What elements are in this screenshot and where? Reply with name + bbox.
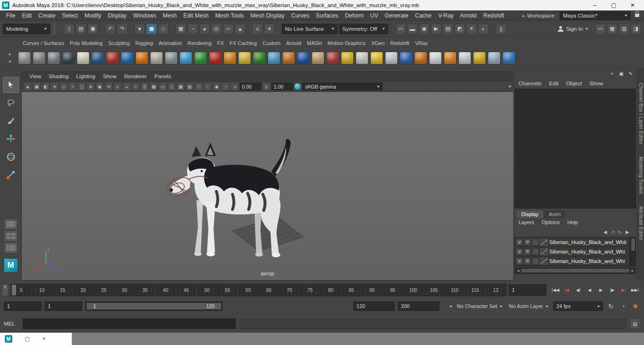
screen-ao-icon[interactable]: ◒: [123, 82, 131, 91]
playback-options-caret[interactable]: [449, 306, 452, 309]
layer-editor-menu-item[interactable]: Options: [538, 219, 564, 226]
menu-item[interactable]: V-Ray: [435, 11, 457, 20]
two-sided-material-icon[interactable]: [414, 52, 427, 64]
shelf-tab[interactable]: Rigging: [133, 39, 156, 47]
sidebar-vertical-tab[interactable]: Modeling Toolkit: [638, 157, 644, 194]
scroll-right-icon[interactable]: ►: [631, 269, 635, 273]
layer-row[interactable]: V P Siberian_Husky_Black_and_Whi: [515, 256, 629, 266]
isolate-select-icon[interactable]: ◆: [213, 82, 221, 91]
shelf-tab[interactable]: VRay: [412, 39, 430, 47]
menu-item[interactable]: Mesh Display: [247, 11, 288, 20]
auto-key-icon[interactable]: ◔: [618, 301, 628, 311]
pause-viewport-icon[interactable]: ||: [496, 24, 506, 34]
close-button[interactable]: ✕: [623, 0, 642, 10]
animation-preferences-icon[interactable]: ✱: [631, 301, 640, 311]
layout-single-pane-button[interactable]: [5, 219, 17, 229]
checker-texture-icon[interactable]: [429, 52, 442, 64]
mesh-light-icon[interactable]: [150, 52, 163, 64]
layer-editor-menu-item[interactable]: Layers: [515, 219, 538, 226]
glass-sphere-icon[interactable]: [297, 52, 310, 64]
panel-menu-item[interactable]: Shading: [45, 73, 72, 80]
shelf-tab[interactable]: Animation: [156, 39, 185, 47]
film-gate-icon[interactable]: ▭: [159, 82, 167, 91]
show-manipulators-icon[interactable]: ▭: [595, 24, 606, 34]
menu-item[interactable]: UV: [367, 11, 382, 20]
layer-display-type-toggle[interactable]: [532, 248, 539, 255]
save-scene-icon[interactable]: ▣: [88, 24, 98, 34]
layer-playback-toggle[interactable]: P: [524, 248, 531, 255]
shader-sphere-icon[interactable]: [121, 52, 134, 64]
menu-item[interactable]: Curves: [288, 11, 313, 20]
fur-icon[interactable]: [209, 52, 222, 64]
go-to-end-button[interactable]: ▶▶|: [630, 285, 640, 295]
color-space-dropdown[interactable]: sRGB gamma: [302, 82, 383, 91]
water-drop-icon[interactable]: [179, 52, 192, 64]
grid-texture-icon[interactable]: [458, 52, 471, 64]
workspace-overflow-icon[interactable]: »: [522, 13, 525, 18]
snap-to-point-icon[interactable]: ●: [199, 24, 210, 34]
panel-menu-item[interactable]: Renderer: [120, 73, 151, 80]
menu-item[interactable]: Deform: [341, 11, 367, 20]
shelf-tab[interactable]: Poly Modeling: [67, 39, 105, 47]
panel-layout-icon[interactable]: ▦: [607, 24, 617, 34]
menu-item[interactable]: Edit Mesh: [180, 11, 212, 20]
layer-color-swatch[interactable]: [540, 258, 548, 264]
exposure-field[interactable]: 0.00: [240, 82, 261, 91]
menu-item[interactable]: Arnold: [457, 11, 480, 20]
color-swatch-icon[interactable]: [444, 52, 456, 64]
menu-item[interactable]: Display: [105, 11, 130, 20]
image-plane-icon[interactable]: ▱: [60, 82, 68, 91]
animation-end-field[interactable]: 200: [398, 301, 439, 311]
lock-camera-icon[interactable]: ▣: [33, 82, 41, 91]
dome-light-icon[interactable]: [312, 52, 324, 64]
menu-item[interactable]: Select: [59, 11, 81, 20]
snap-to-curve-icon[interactable]: ~: [188, 24, 198, 34]
geo-sphere-icon[interactable]: [238, 52, 251, 64]
chevron-down-icon[interactable]: [585, 28, 588, 31]
layer-color-swatch[interactable]: [540, 239, 548, 245]
sun-sky-icon[interactable]: [370, 52, 383, 64]
channel-box-toggle-icon[interactable]: ▥: [619, 24, 629, 34]
shelf-tab[interactable]: FX Caching: [227, 39, 259, 47]
menu-item[interactable]: Generate: [381, 11, 411, 20]
lasso-tool[interactable]: [3, 95, 18, 110]
sun-sphere-icon[interactable]: [341, 52, 354, 64]
channel-box-menu-item[interactable]: Edit: [546, 80, 563, 87]
ocean-sphere-icon[interactable]: [400, 52, 412, 64]
xray-icon[interactable]: ◔: [222, 82, 230, 91]
playback-end-field[interactable]: 120: [353, 301, 395, 311]
select-tool[interactable]: [3, 77, 18, 92]
screen-layout-icon[interactable]: ▣: [618, 70, 625, 77]
channel-box-menu-item[interactable]: Channels: [515, 80, 546, 87]
layer-name[interactable]: Siberian_Husky_Black_and_Whi: [549, 258, 625, 264]
scrollbar-thumb[interactable]: [631, 238, 635, 251]
move-layer-down-icon[interactable]: ◁: [611, 229, 615, 235]
range-slider-track[interactable]: 1 120: [85, 301, 223, 311]
menu-item[interactable]: Edit: [18, 11, 35, 20]
render-sequence-icon[interactable]: ▶: [431, 24, 441, 34]
layer-display-type-toggle[interactable]: [532, 258, 539, 264]
resolution-gate-icon[interactable]: ▯: [168, 82, 176, 91]
area-light-icon[interactable]: [356, 52, 368, 64]
pin-tab-icon[interactable]: +: [608, 70, 615, 77]
flakes-icon[interactable]: [268, 52, 280, 64]
layer-list-vertical-scrollbar[interactable]: [630, 237, 635, 266]
layer-list-horizontal-scrollbar[interactable]: ◄ ►: [515, 267, 636, 274]
paint-select-tool[interactable]: [3, 113, 18, 128]
go-to-start-button[interactable]: |◀◀: [550, 285, 561, 295]
layer-visibility-toggle[interactable]: V: [516, 248, 523, 255]
drag-handle[interactable]: [53, 24, 55, 34]
round-button-icon[interactable]: [165, 52, 178, 64]
sidebar-vertical-tab[interactable]: Channel Box / Layer Editor: [638, 83, 644, 145]
hypershade-icon[interactable]: ◩: [455, 24, 465, 34]
live-surface-dropdown[interactable]: No Live Surface: [282, 24, 338, 34]
menu-item[interactable]: Windows: [130, 11, 160, 20]
shelf-tab[interactable]: Rendering: [185, 39, 215, 47]
bake-icon[interactable]: [473, 52, 486, 64]
shelf-tab[interactable]: FX: [215, 39, 227, 47]
edit-pencil-icon[interactable]: ✎: [627, 70, 634, 77]
panel-menu-item[interactable]: Panels: [151, 73, 175, 80]
bookmark-icon[interactable]: ▾: [51, 82, 59, 91]
command-input[interactable]: [23, 318, 236, 329]
new-empty-layer-icon[interactable]: ▷: [618, 229, 622, 235]
